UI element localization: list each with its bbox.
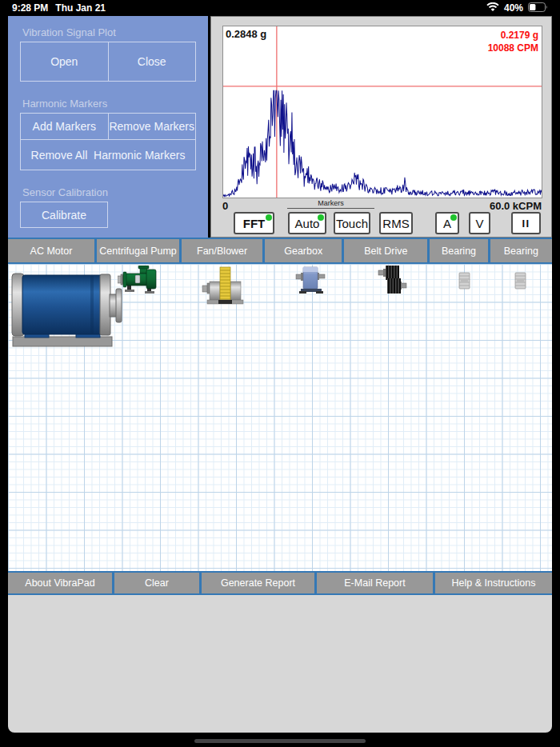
email-report-button[interactable]: E-Mail Report — [317, 573, 433, 593]
auto-button-label: Auto — [295, 217, 320, 230]
clear-button[interactable]: Clear — [114, 573, 199, 593]
tab-bearing-2[interactable]: Bearing — [490, 239, 552, 262]
bearing-icon[interactable] — [458, 272, 470, 293]
x-axis-min-label: 0 — [222, 200, 228, 212]
acceleration-button[interactable]: A — [435, 212, 459, 234]
tab-ac-motor[interactable]: AC Motor — [8, 239, 94, 262]
generate-report-button[interactable]: Generate Report — [202, 573, 314, 593]
pause-icon: II — [522, 218, 530, 230]
remove-all-group: Remove All Harmonic Markers — [20, 140, 196, 170]
battery-icon — [528, 2, 548, 14]
record-indicator-icon — [318, 214, 324, 221]
tab-fan-blower[interactable]: Fan/Blower — [182, 239, 262, 262]
add-markers-button[interactable]: Add Markers — [21, 114, 108, 139]
x-axis-max-label: 60.0 kCPM — [490, 200, 542, 212]
ac-motor-icon[interactable] — [10, 268, 122, 351]
markers-group-label: Markers — [287, 199, 374, 209]
cursor-frequency: 10088 CPM — [488, 42, 538, 54]
help-instructions-button[interactable]: Help & Instructions — [435, 573, 552, 593]
battery-percent: 40% — [504, 2, 523, 14]
tab-gearbox[interactable]: Gearbox — [265, 239, 342, 262]
centrifugal-pump-icon[interactable] — [118, 266, 162, 298]
spectrum-trace — [223, 90, 542, 196]
rms-button-label: RMS — [382, 217, 409, 230]
calibrate-button[interactable]: Calibrate — [21, 202, 107, 227]
gearbox-icon[interactable] — [294, 266, 328, 298]
belt-drive-icon[interactable] — [377, 265, 407, 298]
fft-button-label: FFT — [243, 217, 266, 230]
fan-blower-icon[interactable] — [202, 266, 245, 308]
clock-label: 9:28 PM — [12, 2, 48, 14]
fft-button[interactable]: FFT — [234, 212, 274, 234]
equipment-tab-bar: AC Motor Centrifugal Pump Fan/Blower Gea… — [8, 238, 552, 264]
machine-layout-canvas[interactable] — [8, 264, 552, 571]
report-content-area — [8, 595, 552, 733]
status-bar: 9:28 PM Thu Jan 21 40% — [0, 0, 560, 16]
tab-belt-drive[interactable]: Belt Drive — [344, 239, 427, 262]
rms-button[interactable]: RMS — [379, 212, 413, 234]
cursor-readout: 0.2179 g 10088 CPM — [488, 29, 538, 54]
velocity-button[interactable]: V — [469, 212, 490, 234]
sensor-calibration-label: Sensor Calibration — [22, 186, 208, 198]
open-button[interactable]: Open — [21, 42, 108, 81]
remove-markers-button[interactable]: Remove Markers — [108, 114, 196, 139]
pause-button[interactable]: II — [511, 212, 541, 234]
plot-open-close-group: Open Close — [20, 42, 196, 82]
remove-all-harmonic-markers-button[interactable]: Remove All Harmonic Markers — [21, 140, 195, 170]
bearing-icon[interactable] — [514, 272, 526, 293]
tab-bearing-1[interactable]: Bearing — [430, 239, 487, 262]
record-indicator-icon — [450, 214, 457, 221]
fft-plot-area[interactable]: 0.2848 g 0.2179 g 10088 CPM — [222, 26, 542, 198]
home-indicator[interactable] — [194, 739, 366, 743]
markers-row-group: Add Markers Remove Markers — [20, 113, 196, 140]
velocity-button-label: V — [475, 217, 483, 230]
date-label: Thu Jan 21 — [55, 2, 106, 14]
fft-plot-panel: 0.2848 g 0.2179 g 10088 CPM 0 60.0 kCPM … — [210, 16, 552, 238]
tab-centrifugal-pump[interactable]: Centrifugal Pump — [97, 239, 179, 262]
vibrapad-app: 9:28 PM Thu Jan 21 40% Vibrat — [0, 0, 560, 747]
close-button[interactable]: Close — [108, 42, 196, 81]
control-panel: Vibration Signal Plot Open Close Harmoni… — [8, 16, 208, 238]
about-vibrapad-button[interactable]: About VibraPad — [8, 573, 112, 593]
cursor-amplitude: 0.2179 g — [488, 29, 538, 42]
calibrate-group: Calibrate — [20, 202, 108, 228]
touch-button[interactable]: Touch — [334, 212, 370, 234]
vibration-signal-plot-label: Vibration Signal Plot — [22, 16, 208, 38]
harmonic-markers-label: Harmonic Markers — [22, 98, 208, 110]
y-scale-label: 0.2848 g — [226, 28, 266, 40]
record-indicator-icon — [266, 214, 272, 221]
auto-button[interactable]: Auto — [288, 212, 326, 234]
bottom-toolbar: About VibraPad Clear Generate Report E-M… — [8, 571, 552, 595]
wifi-icon — [486, 2, 499, 14]
touch-button-label: Touch — [336, 217, 368, 230]
